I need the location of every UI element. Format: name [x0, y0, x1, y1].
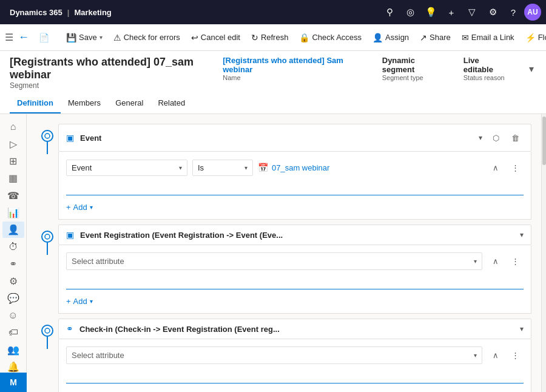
event-add-btn[interactable]: + Add ▾ — [66, 200, 93, 214]
save-button[interactable]: 💾 Save ▾ — [61, 29, 107, 46]
group-event-chevron-icon: ▾ — [479, 133, 482, 142]
cancel-edit-button[interactable]: ↩ Cancel edit — [186, 29, 245, 46]
recent-icon[interactable]: ◎ — [400, 2, 420, 22]
checkin-attribute-select[interactable]: Select attribute ▾ — [66, 346, 482, 364]
add-chevron-icon-1: ▾ — [90, 204, 93, 211]
group-event-share-btn[interactable]: ⬡ — [487, 129, 504, 146]
page-title: [Registrants who attended] 07_sam webina… — [10, 56, 223, 81]
sidebar-item-chat[interactable]: 💬 — [2, 290, 24, 306]
group-checkin-header[interactable]: ⚭ Check-in (Check-in -> Event Registrati… — [58, 319, 531, 339]
assign-label: Assign — [385, 33, 409, 42]
settings-icon[interactable]: ⚙ — [483, 2, 502, 22]
sidebar-bottom-m-icon[interactable]: M — [0, 373, 27, 392]
sidebar-item-arrow[interactable]: ▷ — [2, 136, 24, 152]
group-checkin-wrapper: ⚭ Check-in (Check-in -> Event Registrati… — [41, 319, 531, 392]
group-eventreg-title: Event Registration (Event Registration -… — [80, 231, 515, 240]
search-icon[interactable]: ⚲ — [380, 2, 399, 22]
back-button[interactable]: ← — [15, 29, 33, 46]
eventreg-select-attr-row: Select attribute ▾ ∧ ⋮ — [66, 252, 524, 270]
share-button[interactable]: ↗ Share — [415, 29, 456, 46]
svg-point-0 — [45, 133, 50, 138]
tab-members[interactable]: Members — [61, 93, 108, 113]
sidebar-item-grid[interactable]: ⊞ — [2, 153, 24, 169]
sidebar-item-calendar[interactable]: ▦ — [2, 171, 24, 186]
page-icon: 📄 — [39, 33, 49, 42]
tab-definition[interactable]: Definition — [10, 93, 61, 113]
add-plus-icon-2: + — [66, 297, 71, 306]
group-indicator-checkin — [41, 325, 53, 337]
app-brand: Dynamics 365 | Marketing — [5, 8, 116, 17]
group-indicator-eventreg — [41, 231, 53, 243]
filter-icon[interactable]: ▽ — [462, 2, 482, 22]
refresh-button[interactable]: ↻ Refresh — [246, 29, 294, 46]
flow-button[interactable]: ⚡ Flow ▾ — [521, 29, 546, 46]
sidebar-item-connections[interactable]: ⚭ — [2, 256, 24, 272]
sidebar-item-emoji[interactable]: ☺ — [2, 308, 24, 323]
scrollbar[interactable] — [541, 114, 546, 392]
checkin-add-btn[interactable]: + Add ▾ — [66, 388, 93, 392]
eventreg-attr-input[interactable] — [66, 275, 524, 289]
vline-1 — [47, 142, 48, 154]
sidebar-item-tag[interactable]: 🏷 — [2, 325, 24, 340]
group-event-header[interactable]: ▣ Event ▾ ⬡ 🗑 — [58, 124, 531, 152]
check-errors-button[interactable]: ⚠ Check for errors — [109, 29, 185, 46]
email-link-label: Email a Link — [471, 33, 514, 42]
sidebar-item-settings2[interactable]: ⚙ — [2, 273, 24, 289]
group-event-actions: ⬡ 🗑 — [487, 129, 524, 146]
sidebar-item-phone[interactable]: ☎ — [2, 188, 24, 203]
circle-icon-event — [44, 133, 50, 139]
sidebar-item-person[interactable]: 👤 — [2, 221, 24, 237]
header-expand-icon[interactable]: ▾ — [527, 61, 536, 77]
group-event-wrapper: ▣ Event ▾ ⬡ 🗑 Event ▾ — [41, 124, 531, 220]
sidebar-item-people[interactable]: 👥 — [2, 342, 24, 357]
left-sidebar: ⌂ ▷ ⊞ ▦ ☎ 📊 👤 ⏱ ⚭ ⚙ 💬 ☺ 🏷 👥 🔔 🔧 ↩ — [0, 114, 27, 392]
help-icon[interactable]: 💡 — [421, 2, 440, 22]
user-avatar[interactable]: AU — [524, 4, 541, 21]
group-checkin-body: Select attribute ▾ ∧ ⋮ — [58, 339, 531, 392]
main-content: ▣ Event ▾ ⬡ 🗑 Event ▾ — [27, 114, 541, 392]
sidebar-item-home[interactable]: ⌂ — [2, 119, 24, 135]
eventreg-condition-up-btn[interactable]: ∧ — [487, 253, 504, 270]
checkin-condition-up-btn[interactable]: ∧ — [487, 347, 504, 364]
sidebar-item-chart[interactable]: 📊 — [2, 204, 24, 220]
sidebar-item-clock[interactable]: ⏱ — [2, 239, 24, 255]
email-link-button[interactable]: ✉ Email a Link — [457, 29, 519, 46]
eventreg-input-row — [66, 275, 524, 289]
checkin-input-row — [66, 369, 524, 384]
definition-area: ▣ Event ▾ ⬡ 🗑 Event ▾ — [27, 114, 541, 392]
segment-type-label: Segment type — [382, 74, 444, 81]
app-module: Marketing — [74, 8, 111, 17]
event-condition-more-btn[interactable]: ⋮ — [507, 159, 524, 176]
check-access-button[interactable]: 🔒 Check Access — [294, 29, 366, 46]
event-condition-up-btn[interactable]: ∧ — [487, 159, 504, 176]
svg-point-2 — [45, 328, 50, 333]
segment-type-value: Dynamic segment — [382, 56, 444, 74]
eventreg-condition-more-btn[interactable]: ⋮ — [507, 253, 524, 270]
event-attr-input[interactable] — [66, 181, 524, 195]
tab-related[interactable]: Related — [150, 93, 192, 113]
event-operator-select[interactable]: Is ▾ — [192, 160, 253, 176]
question-icon[interactable]: ? — [504, 2, 523, 22]
add-chevron-icon-2: ▾ — [90, 298, 93, 305]
group-event-delete-btn[interactable]: 🗑 — [507, 129, 524, 146]
eventreg-add-btn[interactable]: + Add ▾ — [66, 294, 93, 308]
eventreg-attribute-select[interactable]: Select attribute ▾ — [66, 252, 482, 270]
assign-button[interactable]: 👤 Assign — [368, 29, 414, 46]
eventreg-chevron-icon: ▾ — [474, 258, 477, 265]
app-name-d365: Dynamics 365 — [10, 8, 62, 17]
event-attribute-select[interactable]: Event ▾ — [66, 160, 187, 176]
new-icon[interactable]: + — [442, 2, 461, 22]
group-eventreg-wrapper: ▣ Event Registration (Event Registration… — [41, 225, 531, 314]
op-chevron-icon: ▾ — [244, 164, 248, 171]
group-checkin-chevron-icon: ▾ — [520, 325, 524, 333]
hamburger-menu-btn[interactable]: ☰ — [5, 28, 13, 47]
checkin-condition-more-btn[interactable]: ⋮ — [507, 347, 524, 364]
event-input-row — [66, 181, 524, 195]
scrollbar-thumb[interactable] — [542, 117, 546, 165]
tab-general[interactable]: General — [108, 93, 150, 113]
checkin-attr-input[interactable] — [66, 369, 524, 384]
attr-chevron-icon: ▾ — [179, 164, 182, 171]
command-bar: ☰ ← 📄 💾 Save ▾ ⚠ Check for errors ↩ Canc… — [0, 24, 546, 51]
group-eventreg-header[interactable]: ▣ Event Registration (Event Registration… — [58, 225, 531, 245]
name-value: [Registrants who attended] Sam webinar — [223, 56, 363, 74]
